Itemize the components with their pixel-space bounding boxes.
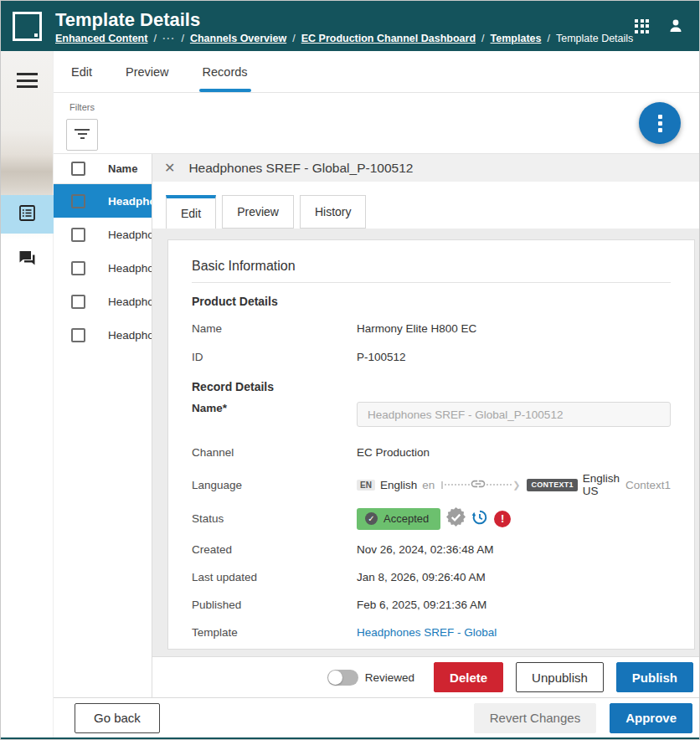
- breadcrumb-separator: /: [292, 33, 295, 44]
- field-row-status: Status ✓ Accepted: [192, 507, 671, 530]
- detail-tab-history[interactable]: History: [300, 195, 367, 229]
- connector-tick: [441, 481, 443, 489]
- field-label: Channel: [192, 446, 357, 459]
- record-details-heading: Record Details: [192, 380, 671, 393]
- reviewed-toggle[interactable]: [327, 670, 358, 686]
- approve-button[interactable]: Approve: [610, 703, 692, 733]
- breadcrumb-separator: /: [547, 33, 549, 44]
- row-checkbox[interactable]: [71, 194, 85, 208]
- record-row[interactable]: Headpho: [54, 184, 152, 218]
- status-value-group: ✓ Accepted: [357, 507, 511, 530]
- field-label: Template: [192, 626, 357, 639]
- filter-button[interactable]: [66, 119, 98, 151]
- status-action-icons: !: [446, 507, 511, 530]
- status-text: Accepted: [383, 512, 429, 525]
- field-row-product-name: Name Harmony Elite H800 EC: [192, 320, 671, 337]
- header-text-block: Template Details Enhanced Content / ··· …: [55, 8, 625, 44]
- field-value: P-100512: [357, 351, 406, 363]
- revert-changes-button[interactable]: Revert Changes: [474, 703, 596, 733]
- connector-dots: [486, 484, 512, 486]
- record-row[interactable]: Headpho: [54, 251, 152, 285]
- field-label: Language: [192, 479, 357, 491]
- filters-label: Filters: [69, 102, 95, 112]
- breadcrumb-link-ec-production-channel-dashboard[interactable]: EC Production Channel Dashboard: [301, 33, 476, 44]
- tab-edit[interactable]: Edit: [68, 51, 95, 92]
- record-row[interactable]: Headpho: [54, 285, 152, 318]
- footer-right-actions: Revert Changes Approve: [474, 703, 692, 733]
- select-all-checkbox[interactable]: [71, 162, 85, 176]
- breadcrumb-separator: /: [481, 33, 484, 44]
- main-area: Edit Preview Records Filters: [1, 51, 699, 737]
- target-context-badge: CONTEXT1: [527, 479, 577, 491]
- row-checkbox[interactable]: [71, 328, 85, 342]
- product-details-heading: Product Details: [192, 295, 671, 308]
- connector-arrow-icon: ❯: [512, 480, 520, 491]
- field-row-product-id: ID P-100512: [192, 348, 671, 365]
- row-checkbox[interactable]: [71, 295, 85, 309]
- records-list: Name Headpho Headpho Headpho: [54, 154, 152, 697]
- breadcrumb-current-page: Template Details: [556, 33, 633, 44]
- record-detail-body: Basic Information Product Details Name H…: [152, 229, 700, 656]
- history-icon[interactable]: [471, 508, 489, 530]
- breadcrumb-ellipsis[interactable]: ···: [162, 33, 176, 44]
- page-footer-bar: Go back Revert Changes Approve: [54, 697, 700, 737]
- alert-icon[interactable]: !: [494, 511, 511, 527]
- detail-tab-edit[interactable]: Edit: [166, 195, 216, 229]
- record-row[interactable]: Headpho: [54, 318, 152, 352]
- delete-button[interactable]: Delete: [434, 662, 503, 692]
- verified-seal-icon[interactable]: [446, 507, 466, 530]
- list-icon: [19, 205, 35, 224]
- breadcrumb: Enhanced Content / ··· / Channels Overvi…: [55, 33, 625, 44]
- field-value: Harmony Elite H800 EC: [357, 322, 476, 335]
- app-logo-icon[interactable]: [13, 12, 42, 41]
- header-icons: [635, 18, 687, 34]
- user-profile-icon[interactable]: [667, 18, 684, 34]
- record-name-input[interactable]: [357, 402, 671, 427]
- row-checkbox[interactable]: [71, 228, 85, 242]
- publish-button[interactable]: Publish: [616, 662, 693, 692]
- breadcrumb-link-channels-overview[interactable]: Channels Overview: [190, 33, 286, 44]
- field-label: Name: [192, 322, 357, 335]
- record-row-name: Headpho: [108, 229, 152, 241]
- target-language-name: English US: [583, 472, 620, 497]
- basic-information-card: Basic Information Product Details Name H…: [167, 239, 695, 650]
- tab-preview[interactable]: Preview: [122, 51, 172, 92]
- sidebar-item-comments[interactable]: [1, 240, 54, 279]
- toggle-knob: [328, 671, 342, 685]
- content-column: Edit Preview Records Filters: [54, 51, 700, 737]
- status-badge: ✓ Accepted: [357, 508, 440, 530]
- close-icon[interactable]: ✕: [164, 162, 175, 175]
- field-label: ID: [192, 351, 357, 363]
- sidebar-item-records-list[interactable]: [1, 195, 54, 234]
- page-title: Template Details: [55, 10, 625, 30]
- record-row[interactable]: Headpho: [54, 218, 152, 251]
- detail-tab-preview[interactable]: Preview: [222, 195, 294, 229]
- more-actions-fab[interactable]: [639, 102, 681, 144]
- template-link[interactable]: Headphones SREF - Global: [357, 626, 497, 639]
- tab-records[interactable]: Records: [199, 51, 251, 92]
- field-row-language: Language EN English en: [192, 472, 671, 497]
- breadcrumb-link-templates[interactable]: Templates: [491, 33, 542, 44]
- field-row-created: Created Nov 26, 2024, 02:36:48 AM: [192, 541, 671, 558]
- chat-icon: [18, 250, 36, 270]
- breadcrumb-link-enhanced-content[interactable]: Enhanced Content: [55, 33, 147, 44]
- record-detail-title: Headphones SREF - Global_P-100512: [188, 161, 413, 176]
- field-value: Jan 8, 2026, 09:26:40 AM: [357, 571, 486, 583]
- menu-icon[interactable]: [17, 73, 38, 92]
- row-checkbox[interactable]: [71, 261, 85, 275]
- connector-dots: [445, 484, 470, 486]
- go-back-button[interactable]: Go back: [75, 703, 160, 733]
- field-label: Published: [192, 599, 357, 611]
- check-circle-icon: ✓: [365, 512, 378, 525]
- record-row-name: Headpho: [108, 295, 152, 308]
- breadcrumb-separator: /: [153, 33, 156, 44]
- app-window: Template Details Enhanced Content / ··· …: [0, 0, 700, 740]
- record-row-name: Headpho: [108, 262, 152, 275]
- unpublish-button[interactable]: Unpublish: [516, 662, 604, 692]
- source-language-code: en: [422, 479, 435, 491]
- reviewed-toggle-group: Reviewed: [327, 670, 414, 686]
- apps-grid-icon[interactable]: [635, 19, 649, 33]
- field-row-channel: Channel EC Production: [192, 444, 671, 460]
- link-icon: [470, 479, 486, 491]
- breadcrumb-separator: /: [181, 33, 183, 44]
